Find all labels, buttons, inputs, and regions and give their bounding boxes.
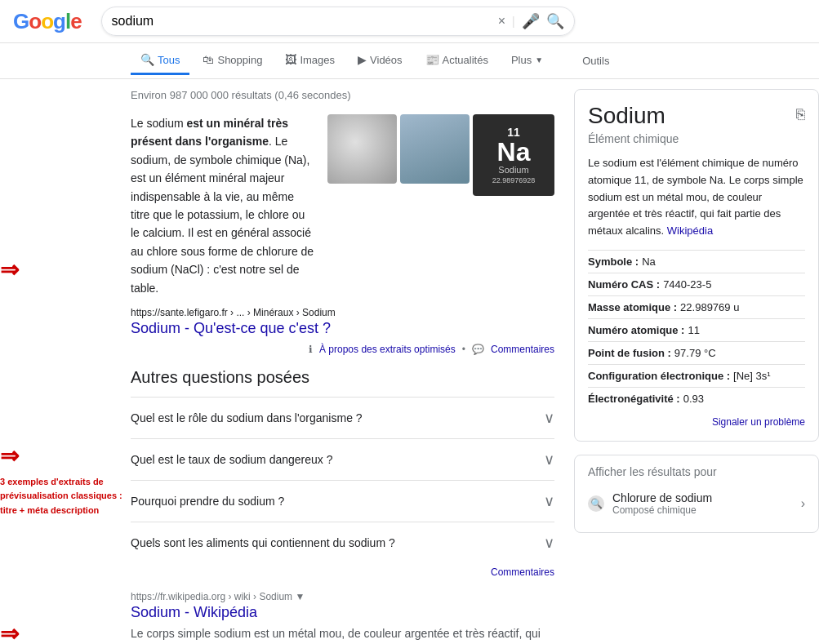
paa-comments: Commentaires bbox=[131, 566, 554, 578]
annotation-arrow-1: ⇒ bbox=[0, 259, 131, 282]
comments-link[interactable]: Commentaires bbox=[491, 344, 554, 355]
tab-videos[interactable]: ▶ Vidéos bbox=[348, 47, 412, 75]
arrow-icon-1: ⇒ bbox=[0, 259, 19, 282]
search-submit-icon[interactable]: 🔍 bbox=[546, 12, 564, 30]
sidebar-attr-numero: Numéro atomique : 11 bbox=[588, 318, 805, 341]
sidebar-share-icon[interactable]: ⎘ bbox=[796, 106, 805, 123]
paa-comments-link[interactable]: Commentaires bbox=[491, 566, 554, 578]
paa-item-0[interactable]: Quel est le rôle du sodium dans l'organi… bbox=[131, 397, 554, 438]
attr-label-electro: Électronégativité : bbox=[588, 393, 680, 405]
tab-outils[interactable]: Outils bbox=[572, 48, 619, 73]
annotation-text: 3 exemples d'extraits de prévisualisatio… bbox=[0, 477, 122, 515]
sidebar-related-item[interactable]: 🔍 Chlorure de sodium Composé chimique › bbox=[588, 485, 805, 522]
tab-videos-label: Vidéos bbox=[370, 54, 403, 66]
sidebar-related-search-icon: 🔍 bbox=[588, 495, 604, 512]
paa-item-1-text: Quel est le taux de sodium dangereux ? bbox=[131, 453, 333, 466]
sidebar-attr-cas: Numéro CAS : 7440-23-5 bbox=[588, 273, 805, 295]
paa-chevron-3: ∨ bbox=[544, 534, 554, 552]
sidebar-wikipedia-link[interactable]: Wikipédia bbox=[667, 224, 713, 237]
attr-value-masse: 22.989769 u bbox=[680, 301, 739, 313]
sidebar-related-card: Afficher les résultats pour 🔍 Chlorure d… bbox=[574, 455, 819, 533]
sidebar-entity-title: Sodium bbox=[588, 103, 679, 129]
about-extract-link[interactable]: À propos des extraits optimisés bbox=[319, 344, 456, 355]
paa-item-2-text: Pourquoi prendre du sodium ? bbox=[131, 495, 284, 508]
attr-label-masse: Masse atomique : bbox=[588, 301, 677, 313]
annotation-text-box: 3 exemples d'extraits de prévisualisatio… bbox=[0, 474, 131, 517]
featured-img-1 bbox=[327, 114, 397, 184]
sidebar-report: Signaler un problème bbox=[588, 416, 805, 428]
attr-label-config: Configuration électronique : bbox=[588, 370, 730, 382]
tab-plus[interactable]: Plus ▼ bbox=[501, 47, 553, 75]
nav-tabs: 🔍 Tous 🛍 Shopping 🖼 Images ▶ Vidéos 📰 Ac… bbox=[0, 43, 819, 79]
wikipedia-url-arrow: ▼ bbox=[295, 591, 305, 602]
sidebar-description: Le sodium est l'élément chimique de numé… bbox=[588, 155, 805, 240]
tab-tous[interactable]: 🔍 Tous bbox=[131, 47, 189, 75]
about-extract-bar: ℹ À propos des extraits optimisés • 💬 Co… bbox=[131, 344, 554, 355]
arrow-icon-3: ⇒ bbox=[0, 623, 19, 644]
wikipedia-title-link[interactable]: Sodium - Wikipédia bbox=[131, 604, 554, 621]
arrow-icon-2: ⇒ bbox=[0, 445, 19, 468]
google-logo: Google bbox=[13, 9, 82, 34]
featured-snippet-inner: Le sodium est un minéral très présent da… bbox=[131, 114, 554, 297]
tab-shopping[interactable]: 🛍 Shopping bbox=[193, 47, 272, 75]
paa-item-2[interactable]: Pourquoi prendre du sodium ? ∨ bbox=[131, 480, 554, 522]
sidebar-related-sub: Composé chimique bbox=[612, 504, 793, 516]
sidebar-header: Sodium Élément chimique ⎘ bbox=[588, 103, 805, 155]
sidebar-entity-info: Sodium Élément chimique bbox=[588, 103, 679, 155]
sidebar-attr-electro: Électronégativité : 0.93 bbox=[588, 387, 805, 410]
tab-images-label: Images bbox=[300, 54, 335, 66]
featured-source-url: https://sante.lefigaro.fr › ... › Minéra… bbox=[131, 307, 554, 318]
paa-item-3[interactable]: Quels sont les aliments qui contiennent … bbox=[131, 522, 554, 563]
search-input[interactable] bbox=[112, 14, 492, 29]
result-item-wikipedia: https://fr.wikipedia.org › wiki › Sodium… bbox=[131, 591, 554, 644]
attr-label-cas: Numéro CAS : bbox=[588, 278, 660, 291]
paa-chevron-2: ∨ bbox=[544, 492, 554, 510]
shopping-icon: 🛍 bbox=[203, 53, 214, 66]
annotation-arrow-3: ⇒ bbox=[0, 623, 131, 644]
plus-chevron-icon: ▼ bbox=[535, 56, 543, 64]
images-icon: 🖼 bbox=[285, 53, 296, 66]
tab-tous-label: Tous bbox=[158, 54, 180, 66]
attr-value-electro: 0.93 bbox=[683, 393, 704, 405]
sidebar-report-link[interactable]: Signaler un problème bbox=[712, 416, 805, 428]
attr-value-fusion: 97.79 °C bbox=[674, 347, 716, 359]
attr-label-numero: Numéro atomique : bbox=[588, 324, 684, 336]
sidebar-related-chevron-icon: › bbox=[801, 496, 805, 511]
page-wrapper: ⇒ ⇒ 3 exemples d'extraits de prévisualis… bbox=[0, 79, 819, 644]
sidebar-attr-fusion: Point de fusion : 97.79 °C bbox=[588, 341, 805, 364]
tab-shopping-label: Shopping bbox=[217, 54, 262, 66]
tab-plus-label: Plus bbox=[511, 54, 532, 66]
featured-text: Le sodium est un minéral très présent da… bbox=[131, 114, 314, 297]
attr-label-fusion: Point de fusion : bbox=[588, 347, 671, 359]
results-count: Environ 987 000 000 résultats (0,46 seco… bbox=[131, 89, 554, 101]
paa-title: Autres questions posées bbox=[131, 368, 554, 387]
featured-snippet: Le sodium est un minéral très présent da… bbox=[131, 114, 554, 337]
mic-icon[interactable]: 🎤 bbox=[522, 12, 540, 30]
info-icon: ℹ bbox=[309, 344, 313, 355]
featured-img-2 bbox=[400, 114, 470, 184]
wikipedia-url: https://fr.wikipedia.org › wiki › Sodium… bbox=[131, 591, 554, 602]
tous-icon: 🔍 bbox=[140, 53, 154, 66]
featured-title-link[interactable]: Sodium - Qu'est-ce que c'est ? bbox=[131, 320, 554, 337]
tab-images[interactable]: 🖼 Images bbox=[275, 47, 345, 75]
paa-chevron-0: ∨ bbox=[544, 409, 554, 427]
comments-icon: 💬 bbox=[472, 344, 484, 355]
sidebar-entity-card: Sodium Élément chimique ⎘ Le sodium est … bbox=[574, 89, 819, 442]
attr-value-config: [Ne] 3s¹ bbox=[733, 370, 771, 382]
sidebar-related-name: Chlorure de sodium bbox=[612, 491, 793, 504]
sidebar-attr-config: Configuration électronique : [Ne] 3s¹ bbox=[588, 364, 805, 387]
dot-separator: • bbox=[462, 344, 465, 355]
tab-actualites-label: Actualités bbox=[443, 54, 488, 66]
search-bar: × | 🎤 🔍 bbox=[101, 7, 575, 36]
actualites-icon: 📰 bbox=[425, 53, 439, 66]
main-layout: Environ 987 000 000 résultats (0,46 seco… bbox=[131, 79, 819, 644]
paa-item-3-text: Quels sont les aliments qui contiennent … bbox=[131, 536, 395, 549]
sidebar-related-text: Chlorure de sodium Composé chimique bbox=[612, 491, 793, 516]
left-annotations: ⇒ ⇒ 3 exemples d'extraits de prévisualis… bbox=[0, 79, 131, 644]
clear-icon[interactable]: × bbox=[498, 14, 505, 29]
tab-actualites[interactable]: 📰 Actualités bbox=[416, 47, 498, 75]
page-content: Environ 987 000 000 résultats (0,46 seco… bbox=[131, 79, 819, 644]
paa-item-1[interactable]: Quel est le taux de sodium dangereux ? ∨ bbox=[131, 438, 554, 480]
sidebar-attr-masse: Masse atomique : 22.989769 u bbox=[588, 295, 805, 318]
attr-value-numero: 11 bbox=[688, 324, 699, 336]
